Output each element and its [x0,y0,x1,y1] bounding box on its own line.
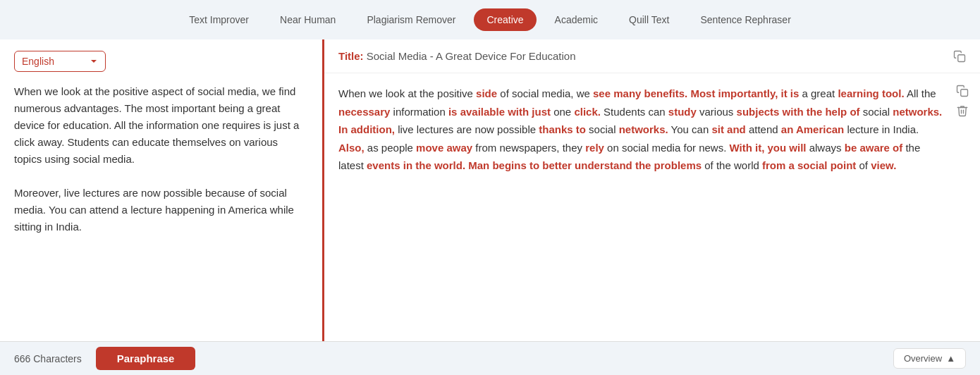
right-action-icons [956,85,969,117]
bottom-right-section: Overview ▲ [893,348,980,369]
highlight-see-many: see many benefits. Most importantly, it … [593,87,799,99]
main-panels: English When we look at the positive asp… [0,39,980,341]
highlight-with-it: With it, you will [730,142,807,154]
highlight-be-aware: be aware of [845,142,903,154]
highlight-networks-2: networks. [619,123,668,135]
title-value: Social Media - A Great Device For Educat… [364,50,576,62]
highlight-social-point: from a social point [762,159,856,171]
left-paragraph-1: When we look at the positive aspect of s… [14,83,308,168]
right-panel-body: When we look at the positive side of soc… [324,73,980,341]
highlight-available: is available with just [448,106,551,118]
bottom-left-section: 666 Characters Paraphrase [0,347,324,370]
highlight-thanks: thanks to [539,123,586,135]
tab-sentence-rephraser[interactable]: Sentence Rephraser [687,8,803,31]
highlight-study: study [668,106,697,118]
highlight-view: view. [871,159,896,171]
title-label: Title: [338,50,364,62]
tab-plagiarism-remover[interactable]: Plagiarism Remover [354,8,468,31]
highlight-move-away: move away [416,142,472,154]
tab-academic[interactable]: Academic [542,8,611,31]
top-navigation: Text Improver Near Human Plagiarism Remo… [0,0,980,39]
bottom-bar: 666 Characters Paraphrase Overview ▲ [0,341,980,375]
highlight-events: events in the world. Man begins to bette… [367,159,702,171]
delete-content-button[interactable] [956,104,969,117]
tab-text-improver[interactable]: Text Improver [176,8,262,31]
highlight-rely: rely [585,142,604,154]
language-selector-wrapper: English [14,51,308,72]
highlight-sit-and: sit and [711,123,745,135]
chevron-up-icon: ▲ [946,353,955,364]
tab-creative[interactable]: Creative [474,8,536,31]
right-panel: Title: Social Media - A Great Device For… [324,39,980,341]
copy-title-button[interactable] [953,50,966,63]
language-select[interactable]: English [14,51,106,72]
highlight-also: Also, [338,142,365,154]
overview-button[interactable]: Overview ▲ [893,348,966,369]
trash-icon [956,104,969,117]
tab-near-human[interactable]: Near Human [267,8,348,31]
character-count: 666 Characters [14,353,82,364]
highlight-american: an American [781,123,844,135]
paraphrase-button[interactable]: Paraphrase [96,347,196,370]
left-panel: English When we look at the positive asp… [0,39,324,341]
highlight-side: side [476,87,497,99]
highlight-learning-tool: learning tool. [838,87,904,99]
result-title: Title: Social Media - A Great Device For… [338,50,576,62]
copy-content-button[interactable] [956,85,969,97]
copy-icon [956,85,969,97]
tab-quill-text[interactable]: Quill Text [616,8,682,31]
svg-rect-0 [958,54,965,61]
right-paragraph-1: When we look at the positive side of soc… [338,85,945,175]
overview-label: Overview [904,353,942,364]
highlight-click: click. [574,106,601,118]
highlight-necessary: necessary [338,106,390,118]
left-paragraph-2: Moreover, live lectures are now possible… [14,185,308,235]
copy-icon [953,50,966,63]
svg-rect-1 [961,90,968,97]
highlight-subjects: subjects with the help of [737,106,860,118]
right-panel-header: Title: Social Media - A Great Device For… [324,39,980,73]
